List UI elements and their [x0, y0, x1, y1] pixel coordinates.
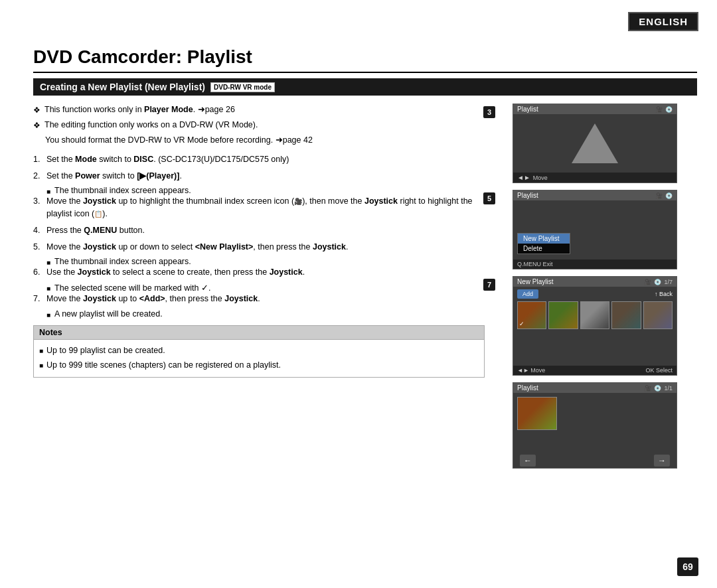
- thumb-single-last: [517, 397, 557, 430]
- step-5-num: 5.: [33, 241, 42, 254]
- step-6-text: Use the Joystick to select a scene to cr…: [46, 266, 485, 279]
- square-icon-2: ■: [46, 188, 50, 195]
- screen3-bottom-text: Move: [533, 175, 548, 181]
- section-header-text: Creating a New Playlist (New Playlist): [40, 82, 205, 92]
- screen-last-topbar-label: Playlist: [517, 384, 538, 392]
- step-4-num: 4.: [33, 224, 42, 237]
- diamond-icon-1: ❖: [33, 104, 40, 116]
- note-1: ■ Up to 99 playlist can be created.: [39, 344, 479, 357]
- screen3-main: [513, 114, 677, 173]
- step-7-sub: ■ A new playlist will be created.: [46, 309, 485, 319]
- dvd-mode-badge: DVD-RW VR mode: [210, 82, 275, 92]
- step-6-sub: ■ The selected scene will be marked with…: [46, 283, 485, 293]
- camera-icon-3: 🎥: [655, 106, 663, 113]
- square-icon-6: ■: [46, 285, 50, 292]
- disc-icon-last: 💿: [654, 385, 661, 392]
- thumb-2[interactable]: [548, 301, 578, 329]
- step-7-num: 7.: [33, 293, 42, 305]
- square-icon-5: ■: [46, 259, 50, 266]
- screen5-topbar: Playlist 🎥 💿: [513, 190, 677, 200]
- step-3: 3. Move the Joystick up to highlight the…: [33, 195, 485, 220]
- screen3-topbar-label: Playlist: [517, 106, 538, 113]
- bullet-2-text: The editing function only works on a DVD…: [44, 119, 258, 131]
- disc-icon-5: 💿: [665, 192, 673, 199]
- step-7: 7. Move the Joystick up to <Add>, then p…: [33, 293, 485, 305]
- right-content: 3 Playlist 🎥 💿: [498, 104, 677, 469]
- page-indicator-last: 1/1: [664, 385, 673, 392]
- thumb-1-check: ✓: [519, 321, 524, 327]
- page-indicator-7: 1/7: [664, 279, 673, 285]
- note-1-text: Up to 99 playlist can be created.: [46, 344, 165, 357]
- screen7-bottombar: ◄► Move OK Select: [513, 366, 677, 375]
- back-button[interactable]: ↑ Back: [655, 291, 673, 297]
- screen3-label: 3: [483, 106, 495, 118]
- screen-last-topbar-icons: 🎥 💿 1/1: [644, 385, 673, 392]
- page-container: ENGLISH DVD Camcorder: Playlist Creating…: [0, 0, 717, 588]
- nav-arrows: ← →: [513, 453, 677, 468]
- step-3-text: Move the Joystick up to highlight the th…: [46, 195, 485, 220]
- screen5-topbar-icons: 🎥 💿: [655, 192, 673, 199]
- content-layout: ❖ This function works only in Player Mod…: [33, 104, 697, 469]
- steps-list: 1. Set the Mode switch to DISC. (SC-DC17…: [33, 153, 485, 319]
- screen3: Playlist 🎥 💿 ◄► Move: [513, 104, 677, 183]
- bullet-2: ❖ The editing function only works on a D…: [33, 119, 485, 131]
- step-5-sub: ■ The thumbnail index screen appears.: [46, 257, 485, 266]
- step-1: 1. Set the Mode switch to DISC. (SC-DC17…: [33, 153, 485, 166]
- bullet-1-text: This function works only in Player Mode.…: [44, 104, 235, 116]
- step-2-sub: ■ The thumbnail index screen appears.: [46, 186, 485, 195]
- left-content: ❖ This function works only in Player Mod…: [33, 104, 485, 469]
- screen3-topbar: Playlist 🎥 💿: [513, 104, 677, 114]
- screen-last-topbar: Playlist 🎥 💿 1/1: [513, 383, 677, 393]
- step-1-text: Set the Mode switch to DISC. (SC-DC173(U…: [46, 153, 485, 166]
- move-icon-3: ◄►: [517, 174, 530, 181]
- diamond-icon-2: ❖: [33, 119, 40, 131]
- screen3-wrapper: 3 Playlist 🎥 💿: [498, 104, 677, 183]
- screen7: New Playlist 🎥 💿 1/7 Add ↑ Back: [513, 276, 677, 376]
- screen7-select-text: OK Select: [645, 367, 673, 374]
- intro-bullets: ❖ This function works only in Player Mod…: [33, 104, 485, 147]
- screen7-inner: New Playlist 🎥 💿 1/7 Add ↑ Back: [513, 277, 677, 375]
- step-2-text: Set the Power switch to [▶(Player)].: [46, 170, 485, 183]
- screen3-inner: Playlist 🎥 💿 ◄► Move: [513, 104, 677, 183]
- step-6: 6. Use the Joystick to select a scene to…: [33, 266, 485, 279]
- menu-new-playlist[interactable]: New Playlist: [518, 234, 570, 244]
- thumb-3[interactable]: [580, 301, 609, 329]
- bullet-2-sub-text: You should format the DVD-RW to VR Mode …: [45, 134, 313, 147]
- nav-right-btn[interactable]: →: [654, 455, 670, 467]
- disc-icon-3: 💿: [665, 106, 673, 113]
- note-2-text: Up to 999 title scenes (chapters) can be…: [46, 358, 281, 372]
- step-3-num: 3.: [33, 195, 42, 208]
- thumb-1[interactable]: ✓: [517, 301, 546, 329]
- camera-icon-5: 🎥: [655, 192, 663, 199]
- screen5-inner: Playlist 🎥 💿 New Playlist Delete: [513, 190, 677, 269]
- note-2: ■ Up to 999 title scenes (chapters) can …: [39, 358, 479, 372]
- screen-last-main: [513, 393, 677, 453]
- screen7-wrapper: 7 New Playlist 🎥 💿 1/7 Add: [498, 276, 677, 376]
- nav-left-btn[interactable]: ←: [520, 455, 536, 467]
- screen7-label: 7: [483, 279, 495, 291]
- menu-delete[interactable]: Delete: [518, 244, 570, 254]
- step-5: 5. Move the Joystick up or down to selec…: [33, 241, 485, 254]
- screen-last-inner: Playlist 🎥 💿 1/1 ← →: [513, 383, 677, 468]
- disc-icon-7: 💿: [654, 279, 661, 285]
- screen7-topbar-icons: 🎥 💿 1/7: [644, 279, 673, 285]
- bullet-1: ❖ This function works only in Player Mod…: [33, 104, 485, 116]
- screen7-topbar-label: New Playlist: [517, 278, 553, 285]
- note-square-2: ■: [39, 360, 43, 371]
- screen5: Playlist 🎥 💿 New Playlist Delete: [513, 190, 677, 269]
- step-2: 2. Set the Power switch to [▶(Player)].: [33, 170, 485, 183]
- notes-box: Notes ■ Up to 99 playlist can be created…: [33, 325, 485, 378]
- thumb-4[interactable]: [611, 301, 641, 329]
- step-5-text: Move the Joystick up or down to select <…: [46, 241, 485, 254]
- screen5-topbar-label: Playlist: [517, 192, 538, 199]
- add-button[interactable]: Add: [517, 289, 538, 299]
- step-6-num: 6.: [33, 266, 42, 279]
- step-2-sub-text: The thumbnail index screen appears.: [54, 186, 191, 195]
- screen-last: Playlist 🎥 💿 1/1 ← →: [513, 382, 677, 469]
- thumb-5[interactable]: [643, 301, 673, 329]
- step-7-text: Move the Joystick up to <Add>, then pres…: [46, 293, 485, 305]
- big-arrow-up-icon: [572, 123, 618, 163]
- section-header: Creating a New Playlist (New Playlist) D…: [33, 78, 697, 96]
- bullet-2-sub: You should format the DVD-RW to VR Mode …: [45, 134, 485, 147]
- notes-header: Notes: [34, 326, 484, 340]
